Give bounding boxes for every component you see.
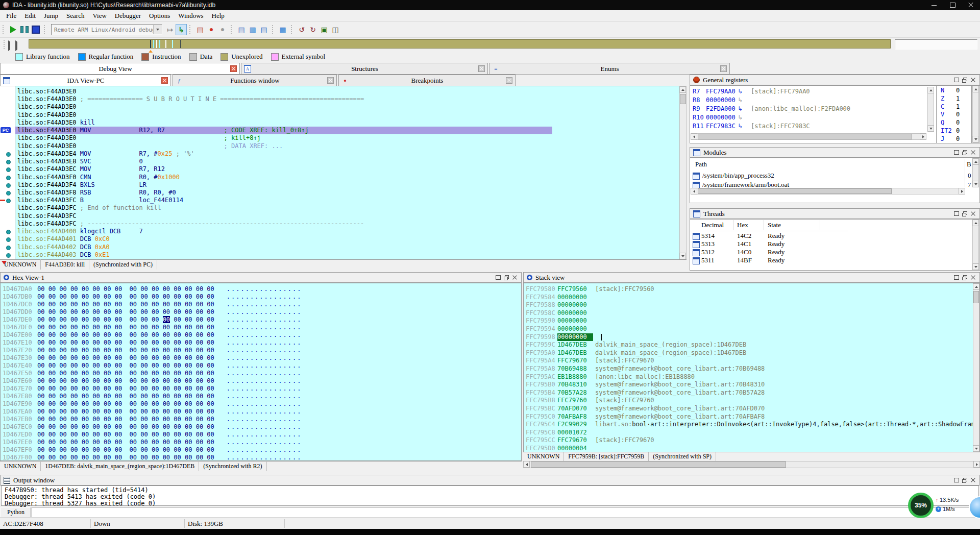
modules-hscroll-thumb[interactable] (698, 188, 892, 194)
stack-vscroll-track[interactable] (973, 283, 979, 452)
disassembly-line[interactable]: libc.so:F44AD3E0 (17, 103, 77, 111)
hex-row[interactable]: 1D467E3000 00 00 00 00 00 00 00 00 00 00… (3, 354, 302, 362)
stack-row[interactable]: FFC795ACEB1B8880[anon:libc_malloc]:EB1B8… (526, 373, 695, 381)
hex-row[interactable]: 1D467DC000 00 00 00 00 00 00 00 00 00 00… (3, 301, 302, 308)
menu-help[interactable]: Help (208, 11, 229, 21)
hex-row[interactable]: 1D467DF000 00 00 00 00 00 00 00 00 00 00… (3, 324, 302, 331)
stack-row[interactable]: FFC79580FFC79560[stack]:FFC79560 (526, 285, 654, 293)
panel-close-button[interactable] (969, 149, 977, 156)
scroll-arrow-down[interactable] (679, 253, 686, 259)
disassembly-line[interactable]: libc.so:F44AD3E0 ; =============== S U B… (17, 95, 364, 103)
thread-decimal[interactable]: 5314 (701, 232, 715, 240)
disassembly-line[interactable]: libc.so:F44AD3FC B loc_F44E0114 (17, 197, 183, 204)
tab-enums[interactable]: ≡Enums (489, 63, 730, 75)
disassembly-line[interactable]: libc.so:F44AD3EC MOV R7, R12 (17, 165, 165, 173)
module-path[interactable]: /system/bin/app_process32 (702, 172, 774, 180)
register-row[interactable]: R7FFC79AA0↳[stack]:FFC79AA0 (693, 87, 810, 95)
panel-close-button[interactable] (510, 274, 519, 281)
panel-float-button[interactable] (961, 77, 969, 83)
disassembly-line[interactable]: libc.so:F44AD3F4 BXLS LR (17, 181, 146, 189)
minimize-button[interactable] (925, 0, 943, 10)
stack-row[interactable]: FFC795B8FFC79760[stack]:FFC79760 (526, 397, 654, 404)
panel-float-button[interactable] (961, 274, 969, 281)
stack-row[interactable]: FFC795A870B69488system@framework@boot_co… (526, 365, 765, 373)
hex-row[interactable]: 1D467F0000 00 00 00 00 00 00 00 00 00 00… (3, 454, 302, 461)
thread-decimal[interactable]: 5313 (701, 240, 715, 248)
scroll-arrow-up[interactable] (973, 283, 979, 290)
panel-maximize-button[interactable] (952, 274, 961, 281)
hex-row[interactable]: 1D467E8000 00 00 00 00 00 00 00 00 00 00… (3, 393, 302, 400)
disasm-scrollbar-track[interactable] (679, 86, 687, 259)
panel-maximize-button[interactable] (952, 149, 961, 156)
disassembly-view[interactable]: libc.so:F44AD3E0libc.so:F44AD3E0 ; =====… (0, 86, 679, 259)
stack-row[interactable]: FFC795A4FFC79670[stack]:FFC79670 (526, 357, 654, 364)
scroll-arrow-down[interactable] (973, 445, 979, 452)
tab-ida-view-pc[interactable]: IDA View-PC (0, 75, 171, 86)
tab-close-icon[interactable] (327, 77, 334, 84)
stack-row[interactable]: FFC795BC70AFD070system@framework@boot_co… (526, 405, 765, 412)
stack-vscroll-thumb[interactable] (973, 291, 979, 303)
breakpointable-dot-icon[interactable] (6, 199, 11, 203)
panel-maximize-button[interactable] (952, 477, 961, 483)
flag-row[interactable]: IT20 (941, 127, 960, 135)
list-window-icon-4[interactable]: ▦ (277, 24, 288, 35)
navigation-band[interactable] (29, 39, 891, 48)
stack-row[interactable]: FFC7959400000000 (526, 325, 595, 333)
flag-row[interactable]: C1 (941, 103, 960, 111)
scroll-arrow-down[interactable] (972, 136, 979, 142)
flag-row[interactable]: V0 (941, 111, 960, 118)
stack-row[interactable]: FFC795C800001072 (526, 429, 595, 436)
panel-close-button[interactable] (969, 210, 977, 217)
registers-hscroll-thumb[interactable] (698, 134, 912, 139)
disassembly-line[interactable]: libc.so:F44AD3E0 ; kill+8↑j (17, 134, 261, 142)
breakpointable-dot-icon[interactable] (6, 253, 11, 258)
hex-row[interactable]: 1D467ED000 00 00 00 00 00 00 00 00 00 00… (3, 431, 302, 439)
tab-close-icon[interactable] (230, 65, 237, 72)
stop-process-icon[interactable] (30, 24, 41, 35)
scroll-arrow-up[interactable] (972, 158, 979, 165)
hex-row[interactable]: 1D467E2000 00 00 00 00 00 00 00 00 00 00… (3, 347, 302, 354)
breakpointable-dot-icon[interactable] (6, 183, 11, 188)
tab-debug-view[interactable]: Debug View (0, 63, 240, 75)
disassembly-line[interactable]: libc.so:F44AD400 klogctl DCB 7 (17, 228, 143, 235)
hex-row[interactable]: 1D467DB000 00 00 00 00 00 00 00 00 00 00… (3, 293, 302, 301)
disassembly-line[interactable]: libc.so:F44AD3E4 MOV R7, #0x25 ; '%' (17, 150, 194, 158)
hex-row[interactable]: 1D467EC000 00 00 00 00 00 00 00 00 00 00… (3, 423, 302, 431)
python-input[interactable] (32, 507, 979, 518)
stack-row[interactable]: FFC795D000000004 (526, 445, 595, 452)
hex-row[interactable]: 1D467E1000 00 00 00 00 00 00 00 00 00 00… (3, 339, 302, 347)
stack-row[interactable]: FFC7958800000000 (526, 301, 595, 309)
hex-row[interactable]: 1D467E0000 00 00 00 00 00 00 00 00 00 00… (3, 331, 302, 339)
breakpointable-dot-icon[interactable] (6, 152, 11, 157)
flags-vscroll-track[interactable] (972, 86, 979, 143)
run-to-cursor-icon[interactable]: ↳ (176, 24, 187, 35)
breakpointable-dot-icon[interactable] (6, 191, 11, 196)
disassembly-line[interactable]: libc.so:F44AD403 DCB 0xE1 (17, 251, 110, 259)
open-debugger-windows-icon[interactable]: ▤ (194, 24, 206, 35)
panel-close-button[interactable] (969, 274, 977, 281)
toolbar-grip[interactable] (189, 25, 192, 34)
scroll-arrow-right[interactable] (973, 461, 980, 468)
stack-row[interactable]: FFC795B470B57A28system@framework@boot_co… (526, 389, 765, 397)
scroll-arrow-up[interactable] (972, 86, 979, 92)
close-button[interactable] (962, 0, 980, 10)
pause-process-icon[interactable] (19, 24, 30, 35)
scroll-arrow-down[interactable] (972, 181, 979, 187)
disassembly-line[interactable]: libc.so:F44AD3FC ; End of function kill (17, 204, 161, 212)
menu-view[interactable]: View (88, 11, 110, 21)
panel-close-button[interactable] (969, 477, 977, 483)
disassembly-line[interactable]: libc.so:F44AD3F8 RSB R0, R0, #0 (17, 189, 176, 197)
disassembly-line[interactable]: libc.so:F44AD3FC ; ---------------------… (17, 220, 364, 228)
panel-float-button[interactable] (961, 149, 969, 156)
breakpointable-dot-icon[interactable] (6, 237, 11, 242)
list-window-icon-3[interactable]: ▤ (258, 24, 270, 35)
disassembly-line[interactable]: libc.so:F44AD3E0 (17, 111, 77, 119)
tab-close-icon[interactable] (720, 65, 727, 72)
breakpointable-dot-icon[interactable] (6, 246, 11, 250)
register-row[interactable]: R800000000↳ (693, 96, 751, 104)
register-row[interactable]: R1000000000↳ (693, 113, 751, 121)
disassembly-line[interactable]: libc.so:F44AD401 DCB 0xC0 (17, 235, 110, 243)
hex-byte-selected[interactable]: 00 (163, 316, 170, 323)
disassembly-line[interactable]: libc.so:F44AD3E0 MOV R12, R7 ; CODE XREF… (17, 127, 309, 134)
panel-close-button[interactable] (969, 77, 977, 83)
